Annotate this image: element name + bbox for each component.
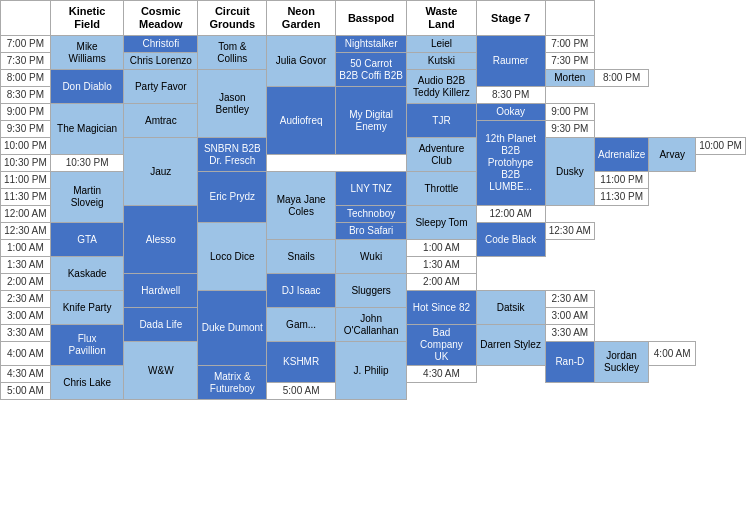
artist-cell: Alesso bbox=[124, 206, 198, 274]
artist-cell: Jason Bentley bbox=[198, 70, 267, 138]
artist-cell: Amtrac bbox=[124, 104, 198, 138]
time-cell: 10:30 PM bbox=[50, 155, 124, 172]
time-cell: 1:30 AM bbox=[407, 257, 476, 274]
artist-cell: Arvay bbox=[649, 138, 696, 172]
artist-cell: Bad CompanyUK bbox=[407, 325, 476, 366]
artist-cell: MikeWilliams bbox=[50, 36, 124, 70]
artist-cell: Datsik bbox=[476, 291, 545, 325]
time-cell: 5:00 AM bbox=[267, 383, 335, 400]
artist-cell: Audiofreq bbox=[267, 87, 335, 155]
header-waste-land: WasteLand bbox=[407, 1, 476, 36]
artist-cell: Ran-D bbox=[545, 342, 594, 383]
time-cell: 12:30 AM bbox=[545, 223, 594, 240]
time-cell: 11:30 PM bbox=[1, 189, 51, 206]
artist-cell: Hot Since 82 bbox=[407, 291, 476, 325]
artist-cell: 50 CarrotB2B Coffi B2B bbox=[335, 53, 407, 87]
artist-cell: JordanSuckley bbox=[594, 342, 648, 383]
time-cell: 4:00 AM bbox=[1, 342, 51, 366]
artist-cell: 12th PlanetB2BProtohypeB2B LUMBE... bbox=[476, 121, 545, 206]
time-cell: 8:00 PM bbox=[594, 70, 648, 87]
artist-cell: LNY TNZ bbox=[335, 172, 407, 206]
artist-cell: Throttle bbox=[407, 172, 476, 206]
header-circuit-grounds: CircuitGrounds bbox=[198, 1, 267, 36]
header-neon-garden: NeonGarden bbox=[267, 1, 335, 36]
artist-cell: Dada Life bbox=[124, 308, 198, 342]
time-cell: 5:00 AM bbox=[1, 383, 51, 400]
time-cell: 3:30 AM bbox=[545, 325, 594, 342]
artist-cell: Dusky bbox=[545, 138, 594, 206]
artist-cell: Ookay bbox=[476, 104, 545, 121]
artist-cell: Eric Prydz bbox=[198, 172, 267, 223]
header-time-left bbox=[1, 1, 51, 36]
artist-cell: TJR bbox=[407, 104, 476, 138]
artist-cell: Gam... bbox=[267, 308, 335, 342]
time-cell: 7:00 PM bbox=[545, 36, 594, 53]
time-cell: 8:30 PM bbox=[476, 87, 545, 104]
schedule-container: KineticField CosmicMeadow CircuitGrounds… bbox=[0, 0, 746, 400]
header-cosmic-meadow: CosmicMeadow bbox=[124, 1, 198, 36]
artist-cell: Julia Govor bbox=[267, 36, 335, 87]
time-cell: 8:30 PM bbox=[1, 87, 51, 104]
header-time-right bbox=[545, 1, 594, 36]
time-cell: 9:30 PM bbox=[1, 121, 51, 138]
time-cell: 2:30 AM bbox=[545, 291, 594, 308]
artist-cell: Kutski bbox=[407, 53, 476, 70]
artist-cell: Leiel bbox=[407, 36, 476, 53]
artist-cell: My DigitalEnemy bbox=[335, 87, 407, 155]
table-row: 12:30 AM GTA Loco Dice Bro Safari Code B… bbox=[1, 223, 746, 240]
artist-cell: SNBRN B2BDr. Fresch bbox=[198, 138, 267, 172]
artist-cell: Kaskade bbox=[50, 257, 124, 291]
artist-cell: W&W bbox=[124, 342, 198, 400]
table-row: 7:00 PM MikeWilliams Christofi Tom &Coll… bbox=[1, 36, 746, 53]
artist-cell: FluxPavillion bbox=[50, 325, 124, 366]
artist-cell: Maya JaneColes bbox=[267, 172, 335, 240]
artist-cell: Party Favor bbox=[124, 70, 198, 104]
artist-cell: Wuki bbox=[335, 240, 407, 274]
artist-cell: Matrix &Futureboy bbox=[198, 366, 267, 400]
time-cell: 9:30 PM bbox=[545, 121, 594, 138]
artist-cell: Chris Lorenzo bbox=[124, 53, 198, 70]
time-cell: 8:00 PM bbox=[1, 70, 51, 87]
time-cell: 1:00 AM bbox=[1, 240, 51, 257]
artist-cell: Don Diablo bbox=[50, 70, 124, 104]
artist-cell: The Magician bbox=[50, 104, 124, 155]
header-kinetic-field: KineticField bbox=[50, 1, 124, 36]
time-cell: 11:00 PM bbox=[1, 172, 51, 189]
artist-cell: Audio B2BTeddy Killerz bbox=[407, 70, 476, 104]
artist-cell: Darren Stylez bbox=[476, 325, 545, 366]
artist-cell: Snails bbox=[267, 240, 335, 274]
time-cell: 4:30 AM bbox=[1, 366, 51, 383]
time-cell: 2:30 AM bbox=[1, 291, 51, 308]
time-cell: 9:00 PM bbox=[1, 104, 51, 121]
time-cell: 3:00 AM bbox=[1, 308, 51, 325]
artist-cell: Tom &Collins bbox=[198, 36, 267, 70]
time-cell: 4:00 AM bbox=[649, 342, 696, 366]
artist-cell: Loco Dice bbox=[198, 223, 267, 291]
artist-cell: Sluggers bbox=[335, 274, 407, 308]
time-cell: 7:30 PM bbox=[545, 53, 594, 70]
time-cell: 12:00 AM bbox=[476, 206, 545, 223]
artist-cell: Knife Party bbox=[50, 291, 124, 325]
time-cell: 11:30 PM bbox=[594, 189, 648, 206]
artist-cell: Jauz bbox=[124, 138, 198, 206]
time-cell: 3:00 AM bbox=[545, 308, 594, 325]
artist-cell: Raumer bbox=[476, 36, 545, 87]
header-basspod: Basspod bbox=[335, 1, 407, 36]
artist-cell: Morten bbox=[545, 70, 594, 87]
time-cell: 4:30 AM bbox=[407, 366, 476, 383]
time-cell: 2:00 AM bbox=[407, 274, 476, 291]
time-cell: 7:00 PM bbox=[1, 36, 51, 53]
artist-cell: GTA bbox=[50, 223, 124, 257]
time-cell: 2:00 AM bbox=[1, 274, 51, 291]
time-cell: 12:00 AM bbox=[1, 206, 51, 223]
artist-cell: J. Philip bbox=[335, 342, 407, 400]
artist-cell: Nightstalker bbox=[335, 36, 407, 53]
artist-cell: Technoboy bbox=[335, 206, 407, 223]
header-stage-7: Stage 7 bbox=[476, 1, 545, 36]
time-cell: 10:30 PM bbox=[1, 155, 51, 172]
time-cell: 9:00 PM bbox=[545, 104, 594, 121]
time-cell: 1:00 AM bbox=[407, 240, 476, 257]
artist-cell: Chris Lake bbox=[50, 366, 124, 400]
artist-cell: AdventureClub bbox=[407, 138, 476, 172]
artist-cell: KSHMR bbox=[267, 342, 335, 383]
